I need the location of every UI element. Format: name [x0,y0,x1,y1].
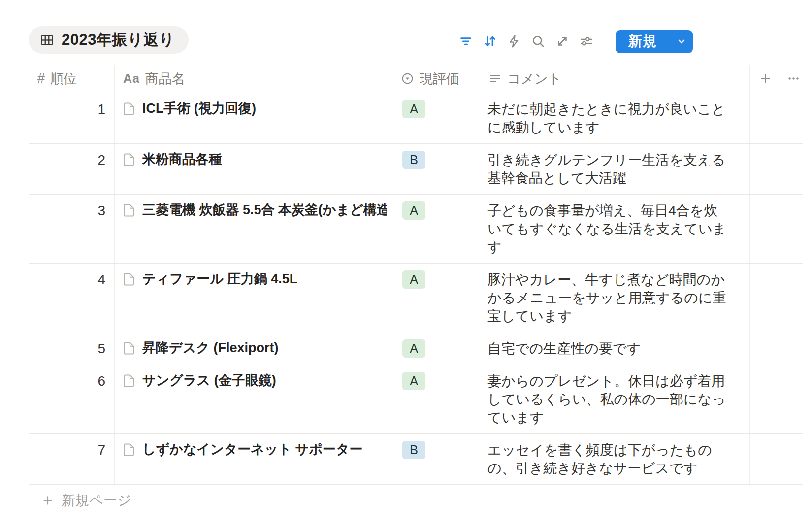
comment-cell[interactable]: 妻からのプレゼント。休日は必ず着用しているくらい、私の体の一部になっています [480,365,750,433]
number-icon: # [37,71,45,86]
column-label: 商品名 [145,70,185,88]
page-name-cell[interactable]: サングラス (金子眼鏡) [115,365,392,433]
rank-value[interactable]: 6 [29,365,115,433]
text-icon [488,72,502,85]
view-options-icon[interactable] [579,33,594,49]
rating-cell[interactable]: A [392,93,480,143]
column-label: コメント [507,70,562,88]
new-page-row[interactable]: 新規ページ [29,485,803,516]
table-header-extra [750,65,803,93]
rating-cell[interactable]: A [392,264,480,332]
empty-cell [750,264,803,332]
expand-icon[interactable] [554,33,570,49]
new-page-label: 新規ページ [62,491,131,510]
comment-cell[interactable]: 引き続きグルテンフリー生活を支える基幹食品として大活躍 [480,144,750,194]
table-row: 7 しずかなインターネット サポーター B エッセイを書く頻度は下がったものの、… [29,434,803,485]
page-name-cell[interactable]: ティファール 圧力鍋 4.5L [115,264,392,332]
empty-cell [750,332,803,365]
page-name-cell[interactable]: しずかなインターネット サポーター [115,434,392,484]
comment-cell[interactable]: 豚汁やカレー、牛すじ煮など時間のかかるメニューをサッと用意するのに重宝しています [480,264,750,332]
rank-value[interactable]: 1 [29,93,115,143]
comment-cell[interactable]: エッセイを書く頻度は下がったものの、引き続き好きなサービスです [480,434,750,484]
rank-value[interactable]: 7 [29,434,115,484]
rating-badge[interactable]: B [402,151,425,169]
rating-badge[interactable]: A [402,270,425,289]
rating-badge[interactable]: A [402,339,425,358]
search-icon[interactable] [530,33,546,49]
page-title-text[interactable]: 三菱電機 炊飯器 5.5合 本炭釜(かまど構造) [142,201,387,219]
page-icon [122,373,136,388]
column-header-rating[interactable]: 現評価 [392,65,480,93]
database-title[interactable]: 2023年振り返り [29,26,189,54]
empty-cell [750,195,803,263]
page-name-cell[interactable]: ICL手術 (視力回復) [115,93,392,143]
new-button[interactable]: 新規 [616,30,693,53]
column-label: 順位 [50,70,77,88]
rating-cell[interactable]: A [392,195,480,263]
empty-cell [750,365,803,433]
page-icon [122,101,136,116]
page-title-text[interactable]: 米粉商品各種 [142,150,222,168]
rating-badge[interactable]: A [402,201,425,220]
rating-cell[interactable]: B [392,144,480,194]
table-row: 2 米粉商品各種 B 引き続きグルテンフリー生活を支える基幹食品として大活躍 [29,144,803,195]
sort-icon[interactable] [482,33,498,49]
rating-badge[interactable]: B [402,441,425,459]
table-row: 5 昇降デスク (Flexiport) A 自宅での生産性の要です [29,332,803,365]
empty-cell [750,144,803,194]
table-row: 6 サングラス (金子眼鏡) A 妻からのプレゼント。休日は必ず着用しているくら… [29,365,803,434]
column-label: 現評価 [420,70,459,88]
page-name-cell[interactable]: 米粉商品各種 [115,144,392,194]
page-icon [122,341,136,356]
more-options-icon[interactable] [787,72,800,85]
comment-cell[interactable]: 自宅での生産性の要です [480,332,750,365]
rank-value[interactable]: 5 [29,332,115,365]
table-icon [39,33,55,48]
notion-database-page: 2023年振り返り [0,0,812,532]
table-header-row: # 順位 Aa 商品名 現評価 [29,65,803,93]
table-row: 1 ICL手術 (視力回復) A 未だに朝起きたときに視力が良いことに感動してい… [29,93,803,144]
rank-value[interactable]: 3 [29,195,115,263]
page-name-cell[interactable]: 三菱電機 炊飯器 5.5合 本炭釜(かまど構造) [115,195,392,263]
page-title: 2023年振り返り [62,30,175,50]
column-header-rank[interactable]: # 順位 [29,65,115,93]
rating-badge[interactable]: A [402,372,425,390]
add-column-icon[interactable] [759,72,772,85]
title-icon: Aa [123,71,140,86]
page-title-text[interactable]: しずかなインターネット サポーター [142,440,363,459]
page-icon [122,152,136,167]
chevron-down-icon[interactable] [670,30,693,53]
filter-icon[interactable] [458,33,474,49]
empty-cell [750,434,803,484]
empty-cell [750,93,803,143]
rank-value[interactable]: 4 [29,264,115,332]
automation-icon[interactable] [506,33,522,49]
comment-cell[interactable]: 未だに朝起きたときに視力が良いことに感動しています [480,93,750,143]
rank-value[interactable]: 2 [29,144,115,194]
table-row: 3 三菱電機 炊飯器 5.5合 本炭釜(かまど構造) A 子どもの食事量が増え、… [29,195,803,264]
comment-cell[interactable]: 子どもの食事量が増え、毎日4合を炊いてもすぐなくなる生活を支えています [480,195,750,263]
column-header-name[interactable]: Aa 商品名 [115,65,392,93]
page-name-cell[interactable]: 昇降デスク (Flexiport) [115,332,392,365]
page-icon [122,442,136,457]
column-header-comment[interactable]: コメント [480,65,750,93]
page-icon [122,272,136,287]
database-table: # 順位 Aa 商品名 現評価 [29,65,803,516]
page-title-text[interactable]: ICL手術 (視力回復) [142,100,256,118]
page-icon [122,203,136,218]
rating-badge[interactable]: A [402,100,425,118]
page-title-text[interactable]: ティファール 圧力鍋 4.5L [142,270,297,288]
page-title-text[interactable]: 昇降デスク (Flexiport) [142,339,278,357]
new-button-label[interactable]: 新規 [616,30,670,53]
table-row: 4 ティファール 圧力鍋 4.5L A 豚汁やカレー、牛すじ煮など時間のかかるメ… [29,264,803,332]
rating-cell[interactable]: B [392,434,480,484]
select-icon [401,72,414,85]
rating-cell[interactable]: A [392,365,480,433]
plus-icon [41,494,54,507]
page-title-text[interactable]: サングラス (金子眼鏡) [142,371,276,390]
view-toolbar: 新規 [458,29,693,54]
rating-cell[interactable]: A [392,332,480,365]
